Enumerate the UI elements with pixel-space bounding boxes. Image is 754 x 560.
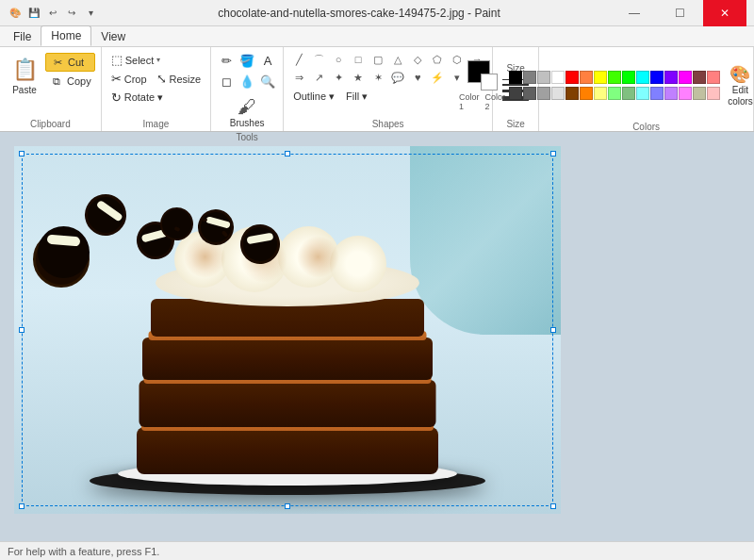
window-title: chocolate-and-nutella-smores-cake-149475… <box>106 7 613 20</box>
shapes-group-label: Shapes <box>372 119 404 129</box>
tab-view[interactable]: View <box>91 27 135 46</box>
close-button[interactable]: ✕ <box>703 0 746 26</box>
outline-label: Outline ▾ <box>293 91 335 103</box>
shape-star5[interactable]: ★ <box>349 69 368 86</box>
redo-icon[interactable]: ↪ <box>64 6 79 21</box>
window-controls: — ☐ ✕ <box>613 0 746 26</box>
color-swatch[interactable] <box>608 71 621 84</box>
select-button[interactable]: ⬚ Select ▾ <box>107 51 165 69</box>
color-swatch[interactable] <box>509 71 522 84</box>
color-labels: Color 1 Color 2 <box>459 92 505 111</box>
color1-label: Color 1 <box>459 92 480 111</box>
canvas-image[interactable] <box>14 146 561 514</box>
tab-home[interactable]: Home <box>41 25 91 46</box>
shape-oval[interactable]: ○ <box>329 51 348 68</box>
crop-label: Crop <box>124 74 147 85</box>
shape-rect[interactable]: □ <box>349 51 368 68</box>
status-info: For help with a feature, press F1. <box>8 546 159 557</box>
color-swatch[interactable] <box>636 71 649 84</box>
tools-group-label: Tools <box>236 132 257 142</box>
color-swatch[interactable] <box>523 87 536 100</box>
select-label: Select <box>125 55 155 66</box>
undo-icon[interactable]: ↩ <box>45 6 60 21</box>
copy-button[interactable]: ⧉ Copy <box>45 73 95 90</box>
color2-label: Color 2 <box>485 92 506 111</box>
color-swatch[interactable] <box>636 87 649 100</box>
shape-diamond[interactable]: ◇ <box>408 51 427 68</box>
customize-icon[interactable]: ▾ <box>83 6 98 21</box>
picker-tool[interactable]: 💧 <box>238 72 256 91</box>
color-swatch[interactable] <box>707 87 720 100</box>
pencil-tool[interactable]: ✏ <box>217 51 236 70</box>
tools-top-row: ✏ 🪣 A <box>217 51 277 70</box>
color-swatch[interactable] <box>622 71 635 84</box>
color-swatch[interactable] <box>707 71 720 84</box>
shape-triangle[interactable]: △ <box>388 51 407 68</box>
fill-tool[interactable]: 🪣 <box>238 51 256 70</box>
colors-group-label: Colors <box>632 122 660 132</box>
crop-button[interactable]: ✂ Crop <box>107 70 151 88</box>
color-swatch[interactable] <box>523 71 536 84</box>
shape-arrow3[interactable]: ↗ <box>309 69 328 86</box>
shape-heart[interactable]: ♥ <box>408 69 427 86</box>
color-swatch[interactable] <box>664 71 678 84</box>
color-swatch[interactable] <box>551 87 565 100</box>
color-swatch[interactable] <box>693 87 706 100</box>
fill-button[interactable]: Fill ▾ <box>342 90 371 104</box>
shape-lightning[interactable]: ⚡ <box>428 69 447 86</box>
color-swatch[interactable] <box>679 71 692 84</box>
shape-star6[interactable]: ✶ <box>369 69 387 86</box>
color-swatch[interactable] <box>551 71 565 84</box>
paste-label: Paste <box>12 85 37 95</box>
color-swatch[interactable] <box>622 87 635 100</box>
cake-scene <box>14 146 561 514</box>
shape-arrow2[interactable]: ⇒ <box>289 69 308 86</box>
eraser-tool[interactable]: ◻ <box>217 72 236 91</box>
tools-bottom-row: ◻ 💧 🔍 <box>217 72 277 91</box>
color-swatch[interactable] <box>537 87 550 100</box>
edit-colors-button[interactable]: 🎨 Edit colors <box>724 62 754 109</box>
shape-callout[interactable]: 💬 <box>388 69 407 86</box>
color-swatch[interactable] <box>509 87 522 100</box>
shape-curve[interactable]: ⌒ <box>309 51 328 68</box>
color-swatch[interactable] <box>650 71 664 84</box>
paste-button[interactable]: 📋 Paste <box>6 51 43 99</box>
save-icon[interactable]: 💾 <box>26 6 41 21</box>
shapes-tools: Outline ▾ Fill ▾ <box>289 90 371 104</box>
cut-label: Cut <box>68 57 84 68</box>
cut-icon: ✂ <box>50 56 65 69</box>
cut-button[interactable]: ✂ Cut <box>45 53 95 72</box>
clipboard-content: 📋 Paste ✂ Cut ⧉ Copy <box>6 51 95 117</box>
canvas-container <box>14 146 561 514</box>
outline-button[interactable]: Outline ▾ <box>289 90 338 104</box>
minimize-button[interactable]: — <box>613 0 656 26</box>
color-swatch[interactable] <box>580 71 593 84</box>
color-swatch[interactable] <box>608 87 621 100</box>
ribbon: 📋 Paste ✂ Cut ⧉ Copy Clipboard ⬚ S <box>0 47 754 132</box>
color-swatch[interactable] <box>693 71 706 84</box>
tab-file[interactable]: File <box>4 27 41 46</box>
color-swatch[interactable] <box>594 71 607 84</box>
image-group-content: ⬚ Select ▾ ✂ Crop ⤡ Resize ↻ Rotate ▾ <box>107 51 205 117</box>
shape-star4[interactable]: ✦ <box>329 69 348 86</box>
text-tool[interactable]: A <box>258 51 277 70</box>
color-swatch[interactable] <box>537 71 550 84</box>
shape-pentagon[interactable]: ⬠ <box>428 51 447 68</box>
color-swatch[interactable] <box>566 71 579 84</box>
color-swatch[interactable] <box>580 87 593 100</box>
fill-label: Fill ▾ <box>346 91 368 103</box>
resize-button[interactable]: ⤡ Resize <box>153 70 205 88</box>
color-swatch[interactable] <box>664 87 678 100</box>
maximize-button[interactable]: ☐ <box>658 0 701 26</box>
rotate-button[interactable]: ↻ Rotate ▾ <box>107 89 167 107</box>
rotate-label: Rotate ▾ <box>124 91 163 104</box>
color-swatch[interactable] <box>594 87 607 100</box>
shape-line[interactable]: ╱ <box>289 51 308 68</box>
color-swatch[interactable] <box>650 87 664 100</box>
shape-roundrect[interactable]: ▢ <box>369 51 387 68</box>
color-swatch[interactable] <box>679 87 692 100</box>
color2-swatch[interactable] <box>481 74 498 91</box>
magnifier-tool[interactable]: 🔍 <box>258 72 277 91</box>
color-swatch[interactable] <box>566 87 579 100</box>
brushes-button[interactable]: 🖌 Brushes <box>217 94 277 130</box>
